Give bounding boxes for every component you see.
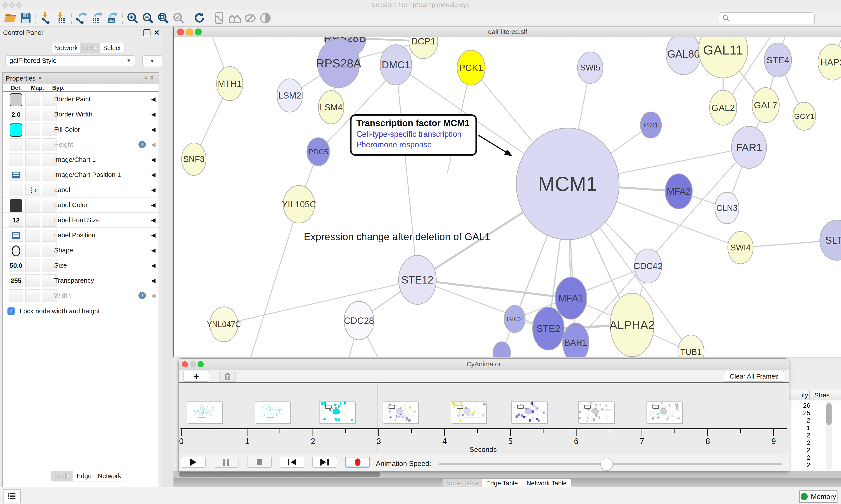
mapping-cell[interactable]	[25, 214, 40, 227]
node-gcy1[interactable]: GCY1	[793, 102, 816, 130]
previous-frame-button[interactable]	[280, 457, 304, 468]
property-row-label-font-size[interactable]: 12Label Font Size◀	[3, 213, 159, 228]
node-pis1[interactable]: PIS1	[640, 112, 661, 138]
show-detail-icon[interactable]	[258, 11, 273, 25]
node-cdc42[interactable]: CDC42	[633, 249, 662, 283]
add-frame-button[interactable]: +	[183, 371, 209, 382]
property-row-height[interactable]: Heighti◀	[3, 137, 159, 152]
annotation-link-2[interactable]: Pheromone response	[356, 140, 476, 149]
refresh-layout-icon[interactable]	[192, 11, 207, 25]
expand-property-icon[interactable]: ◀	[151, 172, 156, 178]
node-swi5[interactable]: SWI5	[577, 52, 603, 84]
lock-checkbox[interactable]: ✓	[7, 307, 15, 315]
info-icon[interactable]: i	[139, 141, 146, 148]
collapse-all-icon[interactable]: «	[148, 75, 157, 82]
export-network-icon[interactable]	[74, 11, 89, 25]
zoom-fit-icon[interactable]	[156, 11, 171, 25]
home-group-icon[interactable]	[227, 11, 243, 25]
node-ste4[interactable]: STE4	[764, 43, 791, 77]
node-pck1[interactable]: PCK1	[457, 50, 485, 85]
node-mfa1[interactable]: MFA1	[555, 277, 587, 319]
close-traffic-light[interactable]	[182, 361, 188, 367]
style-dropdown[interactable]: galFiltered Style ▼	[5, 55, 135, 66]
mapping-cell[interactable]	[25, 168, 40, 181]
network-canvas[interactable]: RPS28BDCP1RPS28ADMC1PCK1SWI5GAL80GAL11ST…	[174, 37, 841, 357]
node-ynl047c[interactable]: YNL047C	[207, 307, 241, 342]
expand-property-icon[interactable]: ◀	[151, 186, 156, 193]
lock-node-size-row[interactable]: ✓ Lock node width and height	[3, 303, 159, 319]
frame-thumbnail-7[interactable]	[578, 401, 614, 423]
expand-property-icon[interactable]: ◀	[151, 126, 156, 133]
expand-property-icon[interactable]: ◀	[151, 217, 156, 223]
clear-all-frames-button[interactable]: Clear All Frames	[724, 371, 784, 382]
tab-network-table[interactable]: Network Table	[522, 479, 571, 487]
mapping-cell[interactable]	[25, 123, 40, 136]
node-mth1[interactable]: MTH1	[217, 67, 243, 101]
float-panel-icon[interactable]	[143, 29, 150, 36]
default-value-cell[interactable]	[9, 168, 23, 181]
mapping-cell[interactable]: ⋮›	[25, 184, 40, 196]
tab-node[interactable]: Node	[51, 471, 73, 481]
annotation-box[interactable]: Transcription factor MCM1 Cell-type-spec…	[350, 114, 477, 156]
delete-frame-button[interactable]	[219, 371, 236, 382]
zoom-traffic-light[interactable]	[198, 361, 204, 367]
close-traffic-light[interactable]	[177, 29, 184, 35]
color-swatch[interactable]	[10, 124, 22, 137]
save-icon[interactable]	[18, 11, 33, 25]
table-column-header[interactable]: ity	[788, 390, 810, 400]
default-value-cell[interactable]: 12	[9, 214, 23, 227]
cyanimator-timeline[interactable]: 0123456789Seconds	[179, 383, 789, 453]
stop-button[interactable]	[247, 457, 272, 468]
expand-property-icon[interactable]: ◀	[151, 232, 156, 239]
node-yil105c[interactable]: YIL105C	[282, 185, 316, 223]
tab-network[interactable]: Network	[52, 43, 80, 53]
node-tub1[interactable]: TUB1	[678, 335, 704, 357]
mapping-cell[interactable]	[25, 93, 40, 106]
node-alpha2[interactable]: ALPHA2	[609, 293, 655, 357]
node-bar1[interactable]: BAR1	[562, 323, 589, 357]
style-options-button[interactable]: ▼	[142, 55, 162, 67]
node-gic2[interactable]: GIC2	[504, 305, 525, 332]
node-far1[interactable]: FAR1	[732, 126, 767, 168]
frame-thumbnail-1[interactable]	[187, 401, 222, 423]
info-icon[interactable]: i	[139, 292, 146, 299]
default-value-cell[interactable]	[9, 289, 23, 302]
node-pdc5[interactable]: PDC5	[307, 138, 329, 166]
import-table-icon[interactable]	[54, 11, 69, 25]
frame-thumbnail-6[interactable]	[512, 401, 547, 423]
color-swatch[interactable]	[10, 199, 22, 212]
node-ste2[interactable]: STE2	[533, 307, 564, 350]
table-horizontal-scrollbar[interactable]	[174, 471, 841, 478]
zoom-traffic-light[interactable]	[195, 29, 202, 35]
node-gal2[interactable]: GAL2	[710, 90, 737, 125]
tab-network[interactable]: Network	[95, 471, 124, 481]
table-vertical-scrollbar[interactable]	[826, 401, 832, 470]
annotation-link-1[interactable]: Cell-type-specific transcription	[356, 130, 476, 139]
tab-select[interactable]: Select	[100, 43, 124, 53]
tab-edge[interactable]: Edge	[73, 471, 95, 481]
node-ste12[interactable]: STE12	[399, 255, 436, 304]
node-bot1[interactable]	[493, 342, 511, 357]
close-traffic-light[interactable]	[2, 2, 8, 8]
mapping-cell[interactable]	[25, 154, 40, 166]
property-row-transparency[interactable]: 255Transparency◀	[3, 273, 159, 288]
node-mfa2[interactable]: MFA2	[665, 174, 692, 209]
tab-node-table[interactable]: Node Table	[443, 479, 482, 487]
property-row-border-paint[interactable]: Border Paint◀	[3, 92, 159, 107]
minimize-traffic-light[interactable]	[190, 361, 196, 367]
hide-detail-icon[interactable]	[243, 11, 258, 25]
default-value-cell[interactable]	[9, 93, 23, 106]
node-cdc28[interactable]: CDC28	[344, 301, 374, 340]
node-lsm4[interactable]: LSM4	[319, 91, 344, 124]
property-row-image-chart-position-1[interactable]: Image/Chart Position 1◀	[3, 167, 159, 182]
expand-property-icon[interactable]: ◀	[151, 96, 156, 103]
property-row-border-width[interactable]: 2.0Border Width◀	[3, 107, 159, 122]
task-history-button[interactable]	[3, 489, 21, 503]
tab-style[interactable]: Style	[80, 43, 100, 53]
expand-property-icon[interactable]: ◀	[151, 277, 156, 284]
minimize-traffic-light[interactable]	[9, 2, 15, 8]
mapping-cell[interactable]	[25, 138, 40, 151]
expand-property-icon[interactable]: ◀	[151, 111, 156, 118]
network-file-icon[interactable]	[212, 11, 227, 25]
property-row-label[interactable]: ⋮›Label◀	[3, 182, 159, 197]
